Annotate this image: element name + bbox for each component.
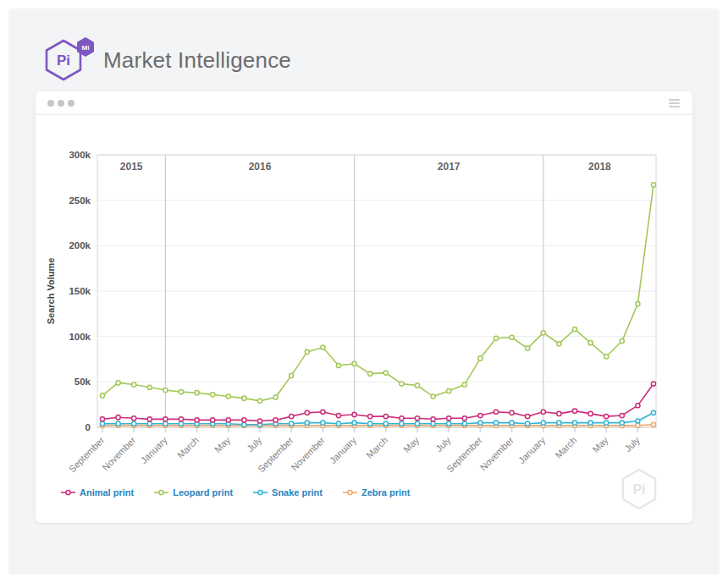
data-point[interactable]: [305, 410, 309, 415]
data-point[interactable]: [147, 417, 152, 421]
data-point[interactable]: [557, 421, 561, 425]
data-point[interactable]: [163, 421, 168, 426]
data-point[interactable]: [400, 416, 404, 421]
data-point[interactable]: [431, 417, 435, 421]
data-point[interactable]: [257, 419, 262, 423]
data-point[interactable]: [526, 346, 530, 350]
data-point[interactable]: [368, 371, 372, 376]
data-point[interactable]: [478, 356, 483, 360]
data-point[interactable]: [290, 421, 294, 426]
data-point[interactable]: [290, 415, 294, 419]
data-point[interactable]: [541, 331, 545, 335]
data-point[interactable]: [100, 417, 104, 421]
data-point[interactable]: [195, 418, 199, 422]
data-point[interactable]: [651, 382, 655, 386]
legend-item-zebra-print[interactable]: Zebra print: [343, 487, 410, 498]
data-point[interactable]: [604, 355, 609, 359]
data-point[interactable]: [588, 421, 593, 425]
legend-item-snake-print[interactable]: Snake print: [253, 487, 323, 498]
data-point[interactable]: [383, 415, 388, 419]
data-point[interactable]: [494, 410, 498, 414]
data-point[interactable]: [336, 413, 340, 417]
data-point[interactable]: [352, 361, 356, 366]
data-point[interactable]: [588, 341, 593, 345]
data-point[interactable]: [478, 413, 483, 417]
data-point[interactable]: [494, 336, 498, 340]
legend-item-leopard-print[interactable]: Leopard print: [154, 487, 233, 498]
data-point[interactable]: [447, 421, 451, 426]
data-point[interactable]: [242, 422, 246, 426]
data-point[interactable]: [510, 335, 514, 339]
data-point[interactable]: [400, 421, 404, 426]
data-point[interactable]: [163, 417, 168, 421]
data-point[interactable]: [147, 421, 152, 426]
data-point[interactable]: [226, 394, 230, 399]
data-point[interactable]: [620, 413, 624, 417]
data-point[interactable]: [572, 409, 576, 413]
menu-icon[interactable]: [668, 96, 681, 110]
data-point[interactable]: [415, 421, 419, 426]
data-point[interactable]: [462, 382, 466, 387]
data-point[interactable]: [651, 410, 655, 415]
data-point[interactable]: [132, 416, 136, 421]
data-point[interactable]: [132, 382, 136, 387]
data-point[interactable]: [211, 393, 215, 397]
data-point[interactable]: [541, 421, 545, 425]
data-point[interactable]: [510, 410, 514, 415]
data-point[interactable]: [620, 421, 624, 425]
data-point[interactable]: [462, 421, 466, 426]
data-point[interactable]: [526, 421, 530, 426]
data-point[interactable]: [636, 419, 640, 423]
data-point[interactable]: [651, 422, 655, 426]
data-point[interactable]: [163, 388, 168, 392]
data-point[interactable]: [557, 411, 561, 415]
data-point[interactable]: [321, 345, 325, 349]
data-point[interactable]: [195, 391, 199, 395]
data-point[interactable]: [572, 421, 576, 425]
data-point[interactable]: [383, 371, 388, 375]
data-point[interactable]: [636, 423, 640, 427]
data-point[interactable]: [321, 421, 325, 425]
data-point[interactable]: [636, 301, 640, 305]
data-point[interactable]: [257, 399, 262, 403]
data-point[interactable]: [651, 183, 655, 187]
data-point[interactable]: [572, 327, 576, 331]
data-point[interactable]: [305, 421, 309, 425]
data-point[interactable]: [541, 410, 545, 414]
data-point[interactable]: [116, 415, 120, 420]
data-point[interactable]: [116, 421, 120, 426]
data-point[interactable]: [431, 421, 435, 426]
data-point[interactable]: [447, 388, 451, 393]
data-point[interactable]: [290, 373, 294, 377]
data-point[interactable]: [100, 393, 104, 398]
data-point[interactable]: [273, 418, 278, 422]
data-point[interactable]: [368, 415, 372, 419]
data-point[interactable]: [510, 421, 514, 425]
data-point[interactable]: [179, 390, 183, 394]
data-point[interactable]: [352, 421, 356, 425]
data-point[interactable]: [242, 396, 246, 400]
data-point[interactable]: [447, 416, 451, 421]
data-point[interactable]: [179, 421, 183, 426]
data-point[interactable]: [242, 418, 246, 422]
data-point[interactable]: [321, 410, 325, 414]
data-point[interactable]: [462, 416, 466, 421]
data-point[interactable]: [211, 418, 215, 422]
data-point[interactable]: [494, 421, 498, 425]
data-point[interactable]: [336, 363, 340, 367]
data-point[interactable]: [431, 394, 435, 399]
data-point[interactable]: [604, 415, 609, 419]
data-point[interactable]: [305, 349, 309, 354]
data-point[interactable]: [588, 411, 593, 415]
data-point[interactable]: [415, 416, 419, 421]
data-point[interactable]: [273, 395, 278, 399]
data-point[interactable]: [226, 418, 230, 422]
data-point[interactable]: [368, 421, 372, 426]
data-point[interactable]: [147, 385, 152, 389]
data-point[interactable]: [116, 381, 120, 385]
data-point[interactable]: [179, 417, 183, 421]
data-point[interactable]: [352, 412, 356, 416]
data-point[interactable]: [620, 338, 624, 343]
data-point[interactable]: [383, 421, 388, 426]
data-point[interactable]: [336, 421, 340, 426]
